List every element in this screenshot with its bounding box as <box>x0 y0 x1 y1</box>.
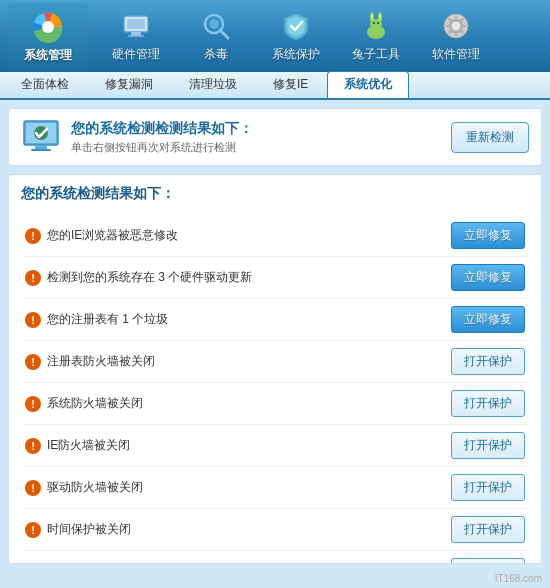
issue-text: IE防火墙被关闭 <box>47 437 130 454</box>
issue-left-7: !时间保护被关闭 <box>25 521 451 538</box>
warning-icon: ! <box>25 312 41 328</box>
hardware-icon <box>120 10 152 42</box>
svg-point-16 <box>377 22 379 24</box>
software-icon <box>440 10 472 42</box>
shield-icon <box>280 10 312 42</box>
tab-fix-ie[interactable]: 修复IE <box>256 71 325 98</box>
nav-hardware[interactable]: 硬件管理 <box>96 3 176 69</box>
antivirus-icon <box>200 10 232 42</box>
warning-icon: ! <box>25 522 41 538</box>
tab-bar: 全面体检 修复漏洞 清理垃圾 修复IE 系统优化 <box>0 72 550 100</box>
nav-rabbit-tools[interactable]: 兔子工具 <box>336 3 416 69</box>
fix-button[interactable]: 立即修复 <box>451 306 525 333</box>
issue-left-3: !注册表防火墙被关闭 <box>25 353 451 370</box>
issue-text: 文件实时监控被关闭 <box>47 563 155 564</box>
svg-rect-5 <box>128 35 144 37</box>
issue-left-8: !文件实时监控被关闭 <box>25 563 451 564</box>
recheck-button[interactable]: 重新检测 <box>451 122 529 153</box>
issue-text: 检测到您的系统存在 3 个硬件驱动更新 <box>47 269 252 286</box>
svg-point-14 <box>379 13 381 20</box>
issue-row: !检测到您的系统存在 3 个硬件驱动更新立即修复 <box>21 257 529 299</box>
nav-antivirus-label: 杀毒 <box>204 46 228 63</box>
fix-button[interactable]: 立即修复 <box>451 222 525 249</box>
issues-list: !您的IE浏览器被恶意修改立即修复!检测到您的系统存在 3 个硬件驱动更新立即修… <box>21 215 529 564</box>
svg-line-7 <box>220 30 228 38</box>
nav-rabbit-label: 兔子工具 <box>352 46 400 63</box>
monitor-icon <box>21 117 61 157</box>
issue-left-4: !系统防火墙被关闭 <box>25 395 451 412</box>
issue-row: !驱动防火墙被关闭打开保护 <box>21 467 529 509</box>
warning-icon: ! <box>25 564 41 565</box>
issue-left-5: !IE防火墙被关闭 <box>25 437 451 454</box>
issue-left-1: !检测到您的系统存在 3 个硬件驱动更新 <box>25 269 451 286</box>
warning-icon: ! <box>25 228 41 244</box>
protect-button[interactable]: 打开保护 <box>451 558 525 564</box>
nav-hardware-label: 硬件管理 <box>112 46 160 63</box>
svg-rect-3 <box>127 19 145 29</box>
issue-text: 您的注册表有 1 个垃圾 <box>47 311 168 328</box>
protect-button[interactable]: 打开保护 <box>451 516 525 543</box>
issue-row: !文件实时监控被关闭打开保护 <box>21 551 529 564</box>
logo-icon <box>30 9 66 45</box>
warning-icon: ! <box>25 354 41 370</box>
watermark: IT168.com <box>495 573 542 584</box>
svg-point-1 <box>42 21 54 33</box>
banner-subtitle: 单击右侧按钮再次对系统进行检测 <box>71 140 253 155</box>
svg-point-18 <box>451 21 461 31</box>
issue-text: 时间保护被关闭 <box>47 521 131 538</box>
svg-point-13 <box>371 13 373 20</box>
protect-button[interactable]: 打开保护 <box>451 432 525 459</box>
result-banner: 您的系统检测检测结果如下： 单击右侧按钮再次对系统进行检测 重新检测 <box>8 108 542 166</box>
logo-label: 系统管理 <box>24 47 72 64</box>
tab-full-checkup[interactable]: 全面体检 <box>4 71 86 98</box>
issue-left-0: !您的IE浏览器被恶意修改 <box>25 227 451 244</box>
issue-row: !系统防火墙被关闭打开保护 <box>21 383 529 425</box>
issue-row: !注册表防火墙被关闭打开保护 <box>21 341 529 383</box>
warning-icon: ! <box>25 438 41 454</box>
warning-icon: ! <box>25 270 41 286</box>
top-navigation-bar: 系统管理 硬件管理 杀毒 <box>0 0 550 72</box>
svg-rect-4 <box>131 32 141 35</box>
nav-software-label: 软件管理 <box>432 46 480 63</box>
issue-row: !您的IE浏览器被恶意修改立即修复 <box>21 215 529 257</box>
nav-protection-label: 系统保护 <box>272 46 320 63</box>
app-logo[interactable]: 系统管理 <box>8 3 88 69</box>
svg-point-15 <box>373 22 375 24</box>
issue-row: !您的注册表有 1 个垃圾立即修复 <box>21 299 529 341</box>
nav-software[interactable]: 软件管理 <box>416 3 496 69</box>
issue-left-6: !驱动防火墙被关闭 <box>25 479 451 496</box>
banner-left: 您的系统检测检测结果如下： 单击右侧按钮再次对系统进行检测 <box>21 117 253 157</box>
tab-fix-vulnerabilities[interactable]: 修复漏洞 <box>88 71 170 98</box>
issue-row: !IE防火墙被关闭打开保护 <box>21 425 529 467</box>
warning-icon: ! <box>25 396 41 412</box>
tab-clean-junk[interactable]: 清理垃圾 <box>172 71 254 98</box>
protect-button[interactable]: 打开保护 <box>451 348 525 375</box>
protect-button[interactable]: 打开保护 <box>451 474 525 501</box>
banner-title: 您的系统检测检测结果如下： <box>71 120 253 138</box>
banner-text: 您的系统检测检测结果如下： 单击右侧按钮再次对系统进行检测 <box>71 120 253 155</box>
nav-protection[interactable]: 系统保护 <box>256 3 336 69</box>
issue-text: 您的IE浏览器被恶意修改 <box>47 227 178 244</box>
warning-icon: ! <box>25 480 41 496</box>
nav-antivirus[interactable]: 杀毒 <box>176 3 256 69</box>
issue-row: !时间保护被关闭打开保护 <box>21 509 529 551</box>
fix-button[interactable]: 立即修复 <box>451 264 525 291</box>
rabbit-icon <box>360 10 392 42</box>
svg-rect-22 <box>35 145 47 149</box>
svg-point-8 <box>209 19 219 29</box>
tab-system-optimize[interactable]: 系统优化 <box>327 71 409 98</box>
svg-rect-23 <box>31 149 51 151</box>
section-title: 您的系统检测结果如下： <box>21 185 529 207</box>
issue-text: 注册表防火墙被关闭 <box>47 353 155 370</box>
main-content: 您的系统检测结果如下： !您的IE浏览器被恶意修改立即修复!检测到您的系统存在 … <box>8 174 542 564</box>
issue-text: 驱动防火墙被关闭 <box>47 479 143 496</box>
issue-left-2: !您的注册表有 1 个垃圾 <box>25 311 451 328</box>
protect-button[interactable]: 打开保护 <box>451 390 525 417</box>
issue-text: 系统防火墙被关闭 <box>47 395 143 412</box>
